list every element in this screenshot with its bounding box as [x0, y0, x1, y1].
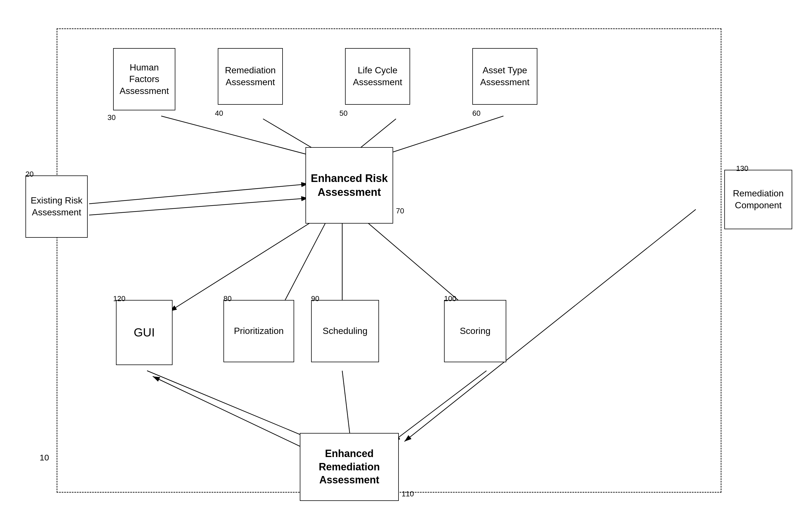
enhanced-risk-node: Enhanced Risk Assessment — [306, 147, 393, 224]
gui-ref: 120 — [113, 294, 125, 303]
scoring-ref: 100 — [444, 294, 456, 303]
scheduling-ref: 90 — [311, 294, 319, 303]
scoring-node: Scoring — [444, 300, 506, 362]
existing-risk-node: Existing Risk Assessment — [25, 176, 88, 238]
main-ref: 10 — [40, 453, 49, 462]
remediation-assessment-ref: 40 — [215, 109, 223, 118]
prioritization-ref: 80 — [223, 294, 232, 303]
enhanced-remediation-ref: 110 — [402, 490, 414, 498]
enhanced-remediation-node: Enhanced Remediation Assessment — [300, 433, 399, 501]
asset-type-node: Asset Type Assessment — [472, 48, 538, 105]
diagram-container: Human Factors Assessment 30 Remediation … — [11, 11, 801, 510]
life-cycle-node: Life Cycle Assessment — [345, 48, 410, 105]
remediation-component-node: Remediation Component — [724, 170, 792, 229]
human-factors-node: Human Factors Assessment — [113, 48, 175, 110]
asset-type-ref: 60 — [472, 109, 480, 118]
gui-node: GUI — [116, 300, 172, 365]
existing-risk-ref: 20 — [25, 170, 34, 179]
remediation-component-ref: 130 — [736, 164, 748, 173]
human-factors-ref: 30 — [108, 113, 116, 122]
prioritization-node: Prioritization — [223, 300, 294, 362]
remediation-assessment-node: Remediation Assessment — [218, 48, 283, 105]
life-cycle-ref: 50 — [339, 109, 348, 118]
enhanced-risk-ref: 70 — [396, 207, 404, 216]
scheduling-node: Scheduling — [311, 300, 379, 362]
